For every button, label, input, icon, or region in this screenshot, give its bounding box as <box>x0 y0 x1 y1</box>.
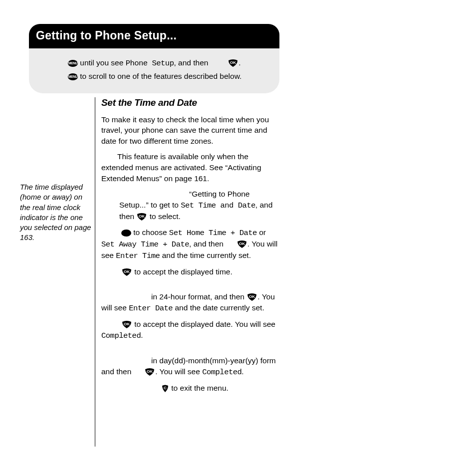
text: . You will see <box>155 367 202 376</box>
text: to choose <box>131 228 169 237</box>
text: in 24-hour format, and then <box>151 292 246 301</box>
step-3: OK to accept the displayed time. <box>101 266 279 277</box>
menu-icon: MENU <box>121 230 131 237</box>
c-icon: C <box>161 385 169 393</box>
svg-text:OK: OK <box>230 60 236 65</box>
svg-text:OK: OK <box>147 369 153 374</box>
text: to scroll to one of the features describ… <box>78 72 241 80</box>
ok-icon: OK <box>121 268 132 276</box>
step-5: OK to accept the displayed date. You wil… <box>101 319 279 341</box>
menu-icon: MENU <box>68 73 78 80</box>
ok-icon: OK <box>237 240 247 248</box>
margin-note: The time displayed (home or away) on the… <box>20 97 95 447</box>
display-completed: Completed <box>101 331 141 340</box>
step-6: in day(dd)-month(mm)-year(yy) form and t… <box>101 355 279 378</box>
text: to select. <box>147 212 180 221</box>
section-title: Set the Time and Date <box>101 97 279 108</box>
ok-icon: OK <box>246 293 257 301</box>
text: and the time currently set. <box>160 251 251 259</box>
ok-icon: OK <box>144 368 155 376</box>
header-block: Getting to Phone Setup... MENU until you… <box>29 24 279 93</box>
menu-icon: MENU <box>68 60 78 67</box>
step-1: “Getting to Phone Setup...” to get to Se… <box>119 189 279 222</box>
display-phone-setup: Phone Setup <box>126 59 174 68</box>
main-column: Set the Time and Date To make it easy to… <box>95 97 279 447</box>
text: to accept the displayed time. <box>132 267 233 276</box>
display-enter-time: Enter Time <box>116 251 160 260</box>
text: and the date currently set. <box>173 303 264 312</box>
text: . <box>241 367 243 376</box>
header-line-1: MENU until you see Phone Setup, and then… <box>68 57 270 69</box>
intro-paragraph: To make it easy to check the local time … <box>101 114 279 146</box>
text: , and then <box>174 58 210 67</box>
display-set-away: Set Away Time + Date <box>101 240 189 249</box>
header-body: MENU until you see Phone Setup, and then… <box>29 48 279 93</box>
step-4: in 24-hour format, and then OK. You will… <box>101 291 279 314</box>
text: , and then <box>189 239 226 248</box>
text: or <box>257 228 266 237</box>
svg-text:OK: OK <box>124 322 130 326</box>
step-7: C to exit the menu. <box>101 383 279 394</box>
header-title: Getting to Phone Setup... <box>29 24 279 48</box>
display-set-home: Set Home Time + Date <box>169 229 257 238</box>
step-2: MENU to choose Set Home Time + Date or S… <box>101 227 279 261</box>
ok-icon: OK <box>228 59 238 67</box>
ok-icon: OK <box>121 321 132 329</box>
display-set-time-and-date: Set Time and Date <box>181 201 255 210</box>
display-enter-date: Enter Date <box>129 304 173 313</box>
header-line-2: MENU to scroll to one of the features de… <box>68 71 270 82</box>
note-paragraph: This feature is available only when the … <box>101 151 279 184</box>
text: to accept the displayed date. You will s… <box>132 320 275 328</box>
svg-text:OK: OK <box>124 269 130 274</box>
manual-page: Getting to Phone Setup... MENU until you… <box>0 0 476 476</box>
content-area: The time displayed (home or away) on the… <box>20 97 279 447</box>
text: . <box>141 331 143 339</box>
display-completed: Completed <box>202 368 241 377</box>
ok-icon: OK <box>136 213 147 221</box>
svg-text:OK: OK <box>249 294 255 299</box>
text: to exit the menu. <box>169 384 229 392</box>
svg-text:OK: OK <box>139 214 145 219</box>
svg-text:OK: OK <box>239 241 245 246</box>
text: until you see <box>78 58 126 67</box>
svg-text:C: C <box>164 386 167 390</box>
text: . <box>238 58 240 67</box>
